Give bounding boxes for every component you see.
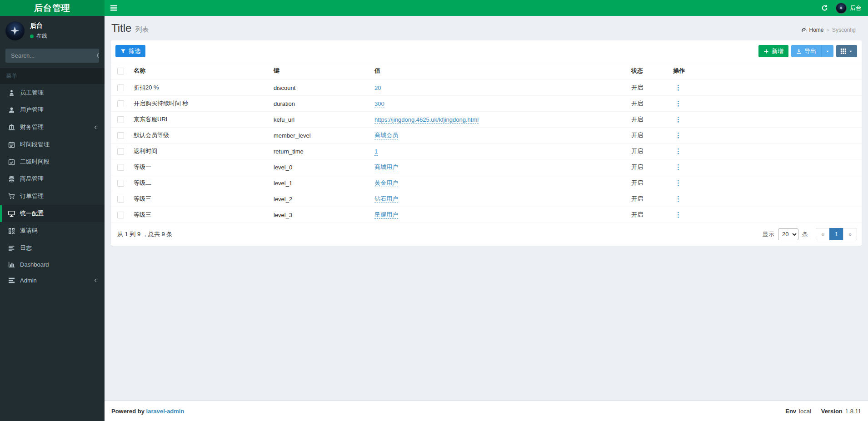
row-actions-ellipsis-icon[interactable]: ⋮	[673, 132, 683, 139]
create-button[interactable]: 新增	[758, 45, 788, 57]
export-button[interactable]: 导出	[791, 45, 821, 57]
column-selector-button[interactable]	[836, 45, 857, 57]
cell-name: 开启购买持续时间 秒	[130, 96, 270, 112]
cell-value-editable[interactable]: 黄金用户	[374, 179, 398, 187]
refresh-icon[interactable]	[816, 0, 833, 16]
sidebar-item-invite[interactable]: 邀请码	[0, 222, 105, 239]
row-checkbox[interactable]	[117, 132, 124, 139]
cell-value-editable[interactable]: 钻石用户	[374, 195, 398, 203]
table-row: 等级三level_2钻石用户开启⋮	[111, 191, 862, 207]
row-actions-ellipsis-icon[interactable]: ⋮	[673, 148, 683, 154]
sidebar-item-timeslot[interactable]: 时间段管理	[0, 136, 105, 153]
sidebar-item-sysconfig[interactable]: 统一配置	[0, 205, 105, 222]
sidebar-user-name: 后台	[30, 22, 47, 30]
row-actions-ellipsis-icon[interactable]: ⋮	[673, 211, 683, 218]
pager: « 1 »	[816, 228, 857, 240]
cell-status: 开启	[628, 112, 669, 128]
online-status-label: 在线	[36, 32, 47, 40]
per-page-select[interactable]: 20	[778, 228, 798, 240]
sidebar-user-status[interactable]: 在线	[30, 32, 47, 40]
chart-icon	[8, 261, 15, 268]
cell-key: kefu_url	[270, 112, 371, 128]
navbar-user-label: 后台	[850, 4, 862, 12]
search-input[interactable]	[5, 49, 96, 63]
footer-env-version: Env local Version 1.8.11	[785, 408, 861, 415]
row-actions-ellipsis-icon[interactable]: ⋮	[673, 116, 683, 123]
create-button-label: 新增	[772, 47, 783, 55]
powered-by-label: Powered by	[111, 408, 145, 415]
content-header: Title列表 Home > Sysconfig	[105, 16, 868, 40]
cell-status: 开启	[628, 175, 669, 191]
filter-button[interactable]: 筛选	[115, 45, 145, 57]
pager-prev-button[interactable]: «	[816, 228, 830, 240]
grid-box: 筛选 新增 导出	[111, 40, 862, 246]
row-checkbox[interactable]	[117, 196, 124, 203]
dashboard-gauge-icon	[801, 27, 807, 33]
row-checkbox[interactable]	[117, 116, 124, 123]
bank-icon	[8, 124, 15, 131]
cell-value-editable[interactable]: 300	[374, 100, 384, 108]
row-checkbox[interactable]	[117, 148, 124, 155]
sidebar-item-goods[interactable]: 商品管理	[0, 170, 105, 188]
search-button[interactable]	[96, 49, 99, 63]
cell-value-editable[interactable]: 1	[374, 148, 378, 156]
cell-key: discount	[270, 80, 371, 96]
row-checkbox[interactable]	[117, 84, 124, 91]
avatar	[5, 21, 25, 40]
navbar-user-menu[interactable]: 后台	[833, 0, 868, 16]
cell-value-editable[interactable]: 商城会员	[374, 132, 398, 139]
row-checkbox[interactable]	[117, 180, 124, 187]
row-actions-ellipsis-icon[interactable]: ⋮	[673, 100, 683, 107]
table-row: 等级二level_1黄金用户开启⋮	[111, 175, 862, 191]
breadcrumb-home-link[interactable]: Home	[801, 27, 824, 33]
export-dropdown-toggle[interactable]	[821, 45, 833, 57]
sidebar-item-label: 统一配置	[20, 209, 44, 218]
cell-key: member_level	[270, 128, 371, 144]
cell-value-editable[interactable]: 20	[374, 84, 381, 92]
cell-value-editable[interactable]: https://jingdong.4625.uk/kfjingdong.html	[374, 116, 479, 124]
sidebar-item-orders[interactable]: 订单管理	[0, 188, 105, 205]
table-row: 折扣20 %discount20开启⋮	[111, 80, 862, 96]
row-checkbox[interactable]	[117, 212, 124, 218]
cell-value-editable[interactable]: 星耀用户	[374, 211, 398, 219]
cell-key: return_time	[270, 144, 371, 159]
per-page-prefix: 显示	[763, 230, 774, 238]
column-header-name: 名称	[130, 62, 270, 80]
user-icon	[8, 107, 15, 114]
calendar-check-icon	[8, 158, 15, 165]
sidebar-item-admin[interactable]: Admin	[0, 272, 105, 288]
plus-icon	[763, 49, 769, 54]
hamburger-menu-icon[interactable]	[105, 0, 123, 16]
pager-next-button[interactable]: »	[843, 228, 857, 240]
cell-name: 返利时间	[130, 144, 270, 159]
row-actions-ellipsis-icon[interactable]: ⋮	[673, 163, 683, 170]
sidebar-item-timeslot2[interactable]: 二级时间段	[0, 153, 105, 170]
column-header-value: 值	[371, 62, 628, 80]
table-row: 开启购买持续时间 秒duration300开启⋮	[111, 96, 862, 112]
cell-name: 折扣20 %	[130, 80, 270, 96]
avatar-emblem-icon	[838, 5, 844, 11]
row-actions-ellipsis-icon[interactable]: ⋮	[673, 84, 683, 91]
cart-icon	[8, 193, 15, 200]
row-checkbox[interactable]	[117, 164, 124, 171]
pager-page-1-button[interactable]: 1	[829, 228, 843, 240]
app-logo[interactable]: 后台管理	[0, 0, 105, 16]
row-actions-ellipsis-icon[interactable]: ⋮	[673, 179, 683, 186]
cell-status: 开启	[628, 207, 669, 223]
cell-value-editable[interactable]: 商城用户	[374, 163, 398, 171]
sidebar-item-log[interactable]: 日志	[0, 239, 105, 257]
laravel-admin-link[interactable]: laravel-admin	[146, 408, 185, 415]
sidebar-item-staff[interactable]: 员工管理	[0, 84, 105, 101]
cell-name: 等级三	[130, 207, 270, 223]
row-checkbox[interactable]	[117, 100, 124, 107]
select-all-checkbox[interactable]	[117, 68, 124, 74]
sidebar-menu-header: 菜单	[0, 68, 105, 84]
row-actions-ellipsis-icon[interactable]: ⋮	[673, 195, 683, 202]
download-icon	[796, 49, 802, 54]
sidebar-item-users[interactable]: 用户管理	[0, 101, 105, 119]
table-row: 京东客服URLkefu_urlhttps://jingdong.4625.uk/…	[111, 112, 862, 128]
export-button-group: 导出	[791, 45, 833, 57]
sidebar-item-finance[interactable]: 财务管理	[0, 119, 105, 136]
sidebar-item-dashboard[interactable]: Dashboard	[0, 257, 105, 272]
cell-name: 京东客服URL	[130, 112, 270, 128]
